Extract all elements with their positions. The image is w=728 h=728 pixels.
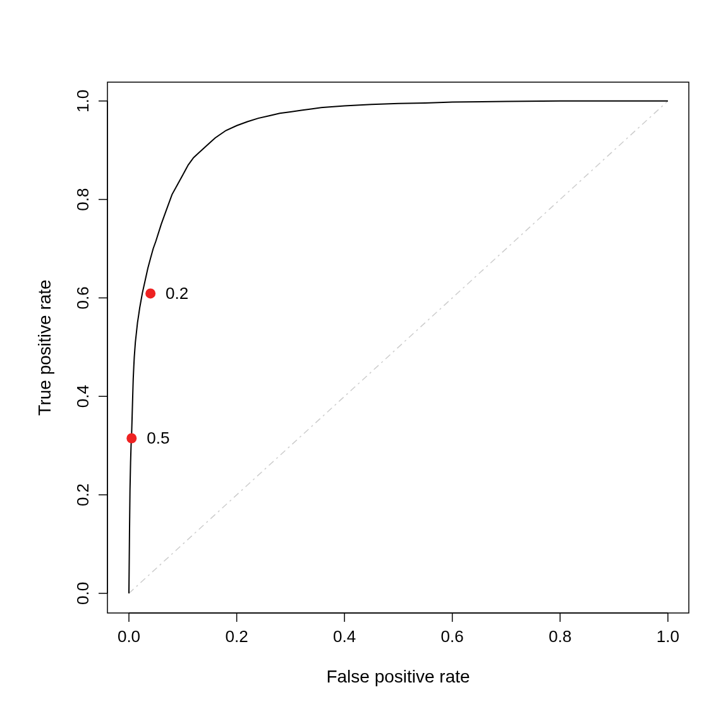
threshold-label-0p2: 0.2 xyxy=(166,284,188,303)
y-tick-0: 0.0 xyxy=(73,582,92,605)
x-tick-0: 0.0 xyxy=(118,627,140,646)
x-tick-3: 0.6 xyxy=(441,627,464,646)
roc-chart: 0.0 0.2 0.4 0.6 0.8 1.0 0.0 0.2 0.4 0.6 … xyxy=(0,0,728,728)
y-tick-3: 0.6 xyxy=(73,286,92,309)
x-tick-2: 0.4 xyxy=(333,627,356,646)
y-tick-1: 0.2 xyxy=(73,483,92,506)
x-axis-label: False positive rate xyxy=(326,667,470,686)
threshold-point-0p2 xyxy=(145,288,155,298)
x-tick-1: 0.2 xyxy=(226,627,248,646)
x-axis-ticks xyxy=(129,613,668,622)
y-tick-labels: 0.0 0.2 0.4 0.6 0.8 1.0 xyxy=(73,90,92,605)
threshold-label-0p5: 0.5 xyxy=(147,428,169,447)
threshold-point-0p5 xyxy=(126,433,136,443)
y-tick-2: 0.4 xyxy=(73,385,92,408)
y-axis-ticks xyxy=(99,101,107,593)
y-tick-4: 0.8 xyxy=(73,188,92,211)
y-tick-5: 1.0 xyxy=(73,90,92,112)
chance-diagonal xyxy=(129,101,668,593)
x-tick-labels: 0.0 0.2 0.4 0.6 0.8 1.0 xyxy=(118,627,679,646)
y-axis-label: True positive rate xyxy=(35,279,54,415)
x-tick-4: 0.8 xyxy=(549,627,571,646)
x-tick-5: 1.0 xyxy=(657,627,679,646)
